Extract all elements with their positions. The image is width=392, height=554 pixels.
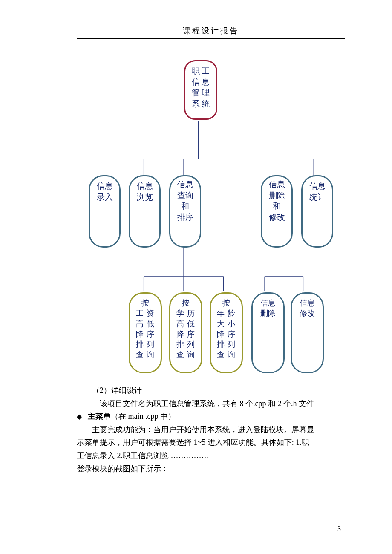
node-label: 信息 修改	[300, 298, 315, 319]
node-label: 信息 查询 和 排序	[177, 179, 193, 223]
node-label: 按 年 龄 大 小 降 序 排 列 查 询	[217, 298, 236, 360]
node-info-query-sort: 信息 查询 和 排序	[169, 175, 201, 248]
paragraph-desc-line1: 主要完成功能为：当用户开始使用本系统，进入登陆模块。屏幕显	[77, 423, 345, 436]
node-info-stats: 信息 统计	[301, 175, 333, 248]
paragraph-files: 该项目文件名为职工信息管理系统，共有 8 个.cpp 和 2 个.h 文件	[77, 397, 345, 410]
node-label: 信息 删除 和 修改	[269, 179, 285, 223]
node-sort-education: 按 学 历 高 低 降 序 排 列 查 询	[169, 292, 202, 373]
page-number: 3	[337, 525, 341, 533]
bullet-main-menu: ◆ 主菜单（在 main .cpp 中）	[77, 410, 345, 423]
diamond-bullet-icon: ◆	[77, 411, 82, 422]
node-label: 按 学 历 高 低 降 序 排 列 查 询	[176, 298, 195, 360]
node-info-modify: 信息 修改	[291, 292, 324, 373]
hierarchy-diagram: 职 工 信 息 管 理 系 统 信息 录入 信息 浏览 信息 查询 和 排序 信…	[77, 52, 345, 380]
node-root: 职 工 信 息 管 理 系 统	[184, 60, 217, 120]
node-label: 按 工 资 高 低 降 序 排 列 查 询	[136, 298, 155, 360]
node-sort-age: 按 年 龄 大 小 降 序 排 列 查 询	[210, 292, 243, 373]
node-label: 信息 删除	[260, 298, 276, 319]
body-text: （2）详细设计 该项目文件名为职工信息管理系统，共有 8 个.cpp 和 2 个…	[77, 384, 345, 475]
page-header: 课程设计报告	[77, 26, 345, 39]
node-info-entry: 信息 录入	[89, 175, 121, 248]
node-label: 信息 浏览	[137, 181, 153, 202]
bullet-bold-text: 主菜单	[88, 412, 111, 421]
paragraph-desc-line2: 示菜单提示，用户可根据需要选择 1~5 进入相应功能。具体如下: 1.职	[77, 436, 345, 449]
node-label: 信息 统计	[309, 181, 326, 202]
document-page: 课程设计报告	[0, 0, 392, 554]
paragraph-desc-line3: 工信息录入 2.职工信息浏览 ……………	[77, 449, 345, 462]
node-info-delete: 信息 删除	[251, 292, 285, 373]
node-root-label: 职 工 信 息 管 理 系 统	[192, 66, 210, 110]
bullet-rest-text: （在 main .cpp 中）	[111, 412, 176, 421]
paragraph-screenshot-note: 登录模块的截图如下所示：	[77, 462, 345, 476]
node-info-browse: 信息 浏览	[129, 175, 161, 248]
node-sort-salary: 按 工 资 高 低 降 序 排 列 查 询	[129, 292, 162, 373]
node-label: 信息 录入	[97, 181, 113, 202]
node-info-delete-modify: 信息 删除 和 修改	[261, 175, 293, 248]
section-heading-2: （2）详细设计	[77, 384, 345, 397]
